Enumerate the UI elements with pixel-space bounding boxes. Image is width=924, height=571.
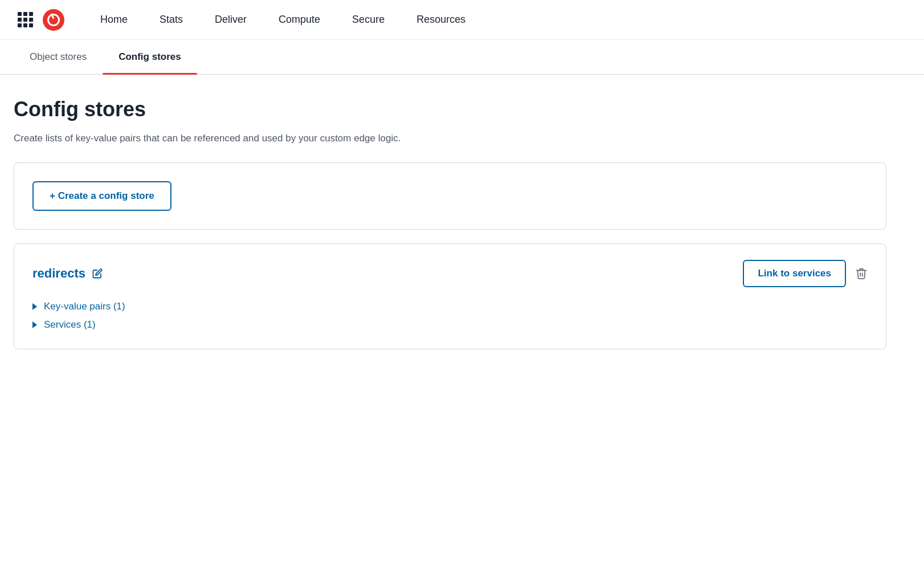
delete-store-icon[interactable]: [855, 267, 868, 280]
store-name-row: redirects: [32, 266, 103, 281]
page-title: Config stores: [14, 97, 886, 121]
nav-item-secure[interactable]: Secure: [336, 0, 400, 40]
create-config-store-card: + Create a config store: [14, 162, 886, 230]
store-sections: Key-value pairs (1) Services (1): [32, 301, 868, 331]
key-value-pairs-label: Key-value pairs (1): [44, 301, 125, 312]
services-row[interactable]: Services (1): [32, 319, 868, 331]
create-config-store-button[interactable]: + Create a config store: [32, 181, 171, 211]
top-nav: Home Stats Deliver Compute Secure Resour…: [0, 0, 924, 40]
tabs-container: Object stores Config stores: [0, 40, 924, 75]
services-label: Services (1): [44, 319, 96, 331]
chevron-right-icon: [32, 303, 37, 310]
nav-item-deliver[interactable]: Deliver: [199, 0, 263, 40]
logo-icon: [43, 9, 64, 31]
nav-item-resources[interactable]: Resources: [400, 0, 481, 40]
grid-menu-icon[interactable]: [14, 9, 36, 31]
store-name: redirects: [32, 266, 85, 281]
nav-items: Home Stats Deliver Compute Secure Resour…: [84, 0, 910, 40]
logo[interactable]: [41, 7, 66, 32]
page-description: Create lists of key-value pairs that can…: [14, 133, 886, 144]
main-content: Config stores Create lists of key-value …: [0, 75, 900, 372]
nav-item-compute[interactable]: Compute: [263, 0, 336, 40]
tab-object-stores[interactable]: Object stores: [14, 40, 103, 74]
store-actions: Link to services: [743, 260, 868, 287]
tab-config-stores[interactable]: Config stores: [103, 40, 197, 74]
edit-store-name-icon[interactable]: [92, 268, 103, 279]
grid-dots: [18, 12, 33, 27]
nav-item-stats[interactable]: Stats: [144, 0, 199, 40]
chevron-right-icon-2: [32, 321, 37, 328]
link-to-services-button[interactable]: Link to services: [743, 260, 846, 287]
store-header: redirects Link to services: [32, 260, 868, 287]
nav-item-home[interactable]: Home: [84, 0, 144, 40]
store-card-redirects: redirects Link to services: [14, 243, 886, 349]
key-value-pairs-row[interactable]: Key-value pairs (1): [32, 301, 868, 312]
